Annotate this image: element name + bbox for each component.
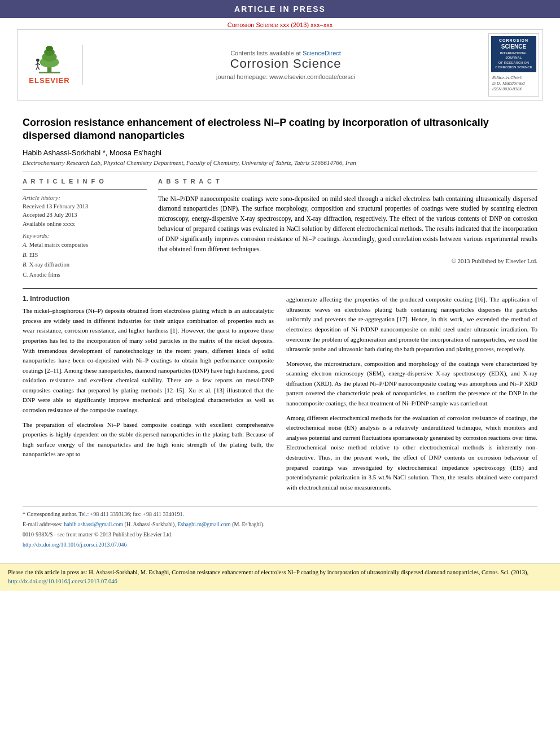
main-content: Corrosion resistance enhancement of elec…: [0, 101, 560, 557]
abstract-text: The Ni–P/DNP nanocomposite coatings were…: [158, 194, 537, 255]
email2-name: (M. Es'haghi).: [232, 521, 264, 527]
keyword-4: C. Anodic films: [23, 270, 147, 280]
body-columns: 1. Introduction The nickel–phosphorous (…: [23, 295, 537, 497]
keyword-2: B. EIS: [23, 250, 147, 260]
article-info-title: A R T I C L E I N F O: [23, 178, 147, 185]
svg-point-5: [46, 46, 53, 51]
divider-abstract: [158, 189, 537, 190]
info-abstract-container: A R T I C L E I N F O Article history: R…: [23, 178, 537, 281]
section-divider: [23, 288, 537, 289]
elsevier-tree-icon: [28, 45, 71, 75]
body-column-right: agglomerate affecting the properties of …: [286, 295, 537, 497]
available-date: Available online xxxx: [23, 220, 147, 229]
article-info: A R T I C L E I N F O Article history: R…: [23, 178, 147, 281]
journal-header: ELSEVIER Contents lists available at Sci…: [17, 29, 543, 101]
elsevier-logo: ELSEVIER: [21, 45, 83, 85]
sciencedirect-link[interactable]: ScienceDirect: [303, 50, 341, 56]
intro-para-1: The nickel–phosphorous (Ni–P) deposits o…: [23, 306, 274, 416]
elsevier-label: ELSEVIER: [29, 76, 69, 85]
doi-line: 0010-938X/$ - see front matter © 2013 Pu…: [23, 530, 537, 539]
intro-para-2: The preparation of electroless Ni–P base…: [23, 420, 274, 460]
article-title: Corrosion resistance enhancement of elec…: [23, 116, 537, 143]
authors: Habib Ashassi-Sorkhabi *, Moosa Es'haghi: [23, 148, 537, 157]
email1-name: (H. Ashassi-Sorkhabi),: [125, 521, 176, 527]
abstract-section: A B S T R A C T The Ni–P/DNP nanocomposi…: [158, 178, 537, 281]
journal-logo: CORROSION SCIENCE INTERNATIONAL JOURNALO…: [488, 33, 539, 97]
corresponding-footnote: * Corresponding author. Tel.: +98 411 33…: [23, 510, 537, 518]
intro-para-5: Among different electrochemical methods …: [286, 413, 537, 493]
svg-line-10: [36, 67, 38, 70]
affiliation: Electrochemistry Research Lab, Physical …: [23, 159, 537, 166]
body-column-left: 1. Introduction The nickel–phosphorous (…: [23, 295, 274, 497]
keywords-list: A. Metal matrix composites B. EIS B. X-r…: [23, 240, 147, 280]
article-dates: Received 13 February 2013 Accepted 28 Ju…: [23, 202, 147, 229]
abstract-title: A B S T R A C T: [158, 178, 537, 185]
journal-center: Contents lists available at ScienceDirec…: [83, 47, 488, 82]
divider-1: [23, 172, 537, 172]
doi-link[interactable]: http://dx.doi.org/10.1016/j.corsci.2013.…: [23, 541, 127, 548]
intro-para-3: agglomerate affecting the properties of …: [286, 295, 537, 355]
received-date: Received 13 February 2013: [23, 202, 147, 211]
email-label: E-mail addresses:: [23, 521, 63, 527]
contents-label: Contents lists available at ScienceDirec…: [89, 50, 483, 56]
footnote-area: * Corresponding author. Tel.: +98 411 33…: [23, 506, 537, 549]
svg-point-6: [36, 59, 40, 62]
journal-reference: Corrosion Science xxx (2013) xxx–xxx: [0, 18, 560, 29]
email-2-link[interactable]: Eshaghi.m@gmail.com: [177, 521, 230, 527]
introduction-heading: 1. Introduction: [23, 295, 274, 303]
intro-para-4: Moreover, the microstructure, compositio…: [286, 359, 537, 409]
svg-line-11: [38, 67, 40, 70]
divider-info: [23, 189, 147, 190]
keywords-label: Keywords:: [23, 232, 147, 239]
accepted-date: Accepted 28 July 2013: [23, 211, 147, 220]
doi-link-line: http://dx.doi.org/10.1016/j.corsci.2013.…: [23, 540, 537, 549]
keyword-1: A. Metal matrix composites: [23, 240, 147, 250]
citation-bar: Please cite this article in press as: H.…: [0, 563, 560, 591]
email-1-link[interactable]: habib.ashassi@gmail.com: [64, 521, 123, 527]
journal-title: Corrosion Science: [89, 56, 483, 71]
keyword-3: B. X-ray diffraction: [23, 260, 147, 270]
copyright: © 2013 Published by Elsevier Ltd.: [158, 257, 537, 264]
citation-text: Please cite this article in press as: H.…: [8, 569, 528, 575]
email-footnote: E-mail addresses: habib.ashassi@gmail.co…: [23, 520, 537, 528]
svg-rect-1: [39, 72, 60, 73]
article-in-press-banner: ARTICLE IN PRESS: [0, 0, 560, 18]
citation-link[interactable]: http://dx.doi.org/10.1016/j.corsci.2013.…: [8, 578, 117, 584]
history-label: Article history:: [23, 194, 147, 201]
journal-homepage: journal homepage: www.elsevier.com/locat…: [89, 73, 483, 80]
